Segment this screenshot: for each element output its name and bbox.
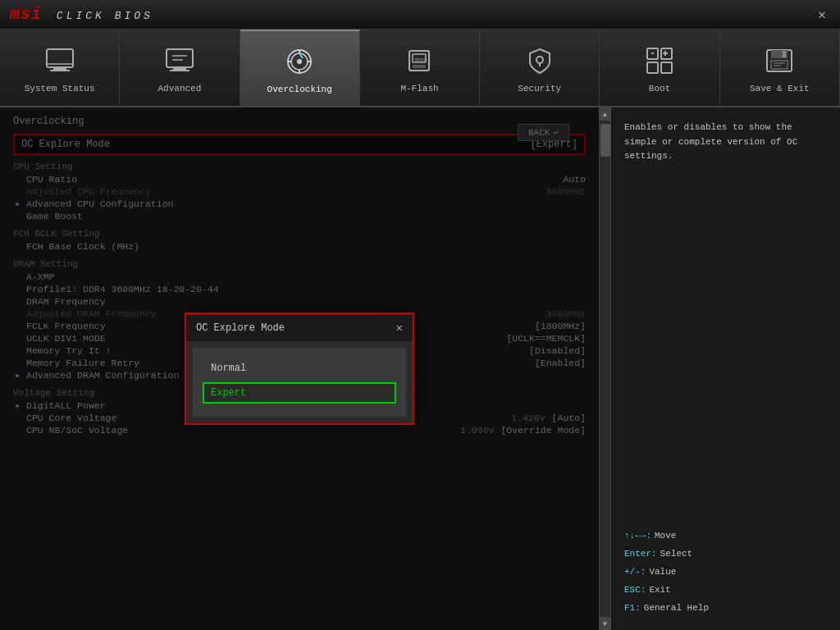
nav-security-label: Security [518,84,561,94]
nav-system-status[interactable]: System Status [0,30,120,106]
nav-m-flash[interactable]: BIOS M-Flash [360,30,480,106]
left-panel: Overclocking BACK ↩ OC Explore Mode [Exp… [0,107,599,630]
close-button[interactable]: ✕ [814,7,830,23]
shortcut-esc: ESC: Exit [624,581,827,599]
help-text: Enables or disables to show the simple o… [624,121,827,164]
boot-icon [641,43,678,79]
modal-option-expert[interactable]: Expert [203,382,396,404]
svg-rect-2 [50,70,70,71]
svg-point-11 [297,59,302,64]
scroll-track [600,121,610,617]
modal-title: OC Explore Mode [196,322,285,334]
scrollbar[interactable]: ▲ ▼ [599,107,610,630]
scroll-up[interactable]: ▲ [600,107,611,121]
svg-rect-1 [53,67,66,70]
svg-rect-20 [413,65,426,68]
overclocking-icon [281,43,317,80]
main-content: Overclocking BACK ↩ OC Explore Mode [Exp… [0,107,840,630]
nav-bar: System Status Advanced [0,30,840,107]
svg-rect-25 [647,62,658,73]
shortcut-value: +/-: Value [624,563,827,581]
shortcuts: ↑↓←→: Move Enter: Select +/-: Value ESC:… [624,527,827,617]
svg-rect-33 [771,61,788,69]
system-status-icon [42,43,78,79]
logo: msi CLICK BIOS [10,5,153,24]
nav-system-status-label: System Status [25,84,95,94]
modal-dialog: OC Explore Mode ✕ Normal Expert [185,313,414,425]
nav-advanced[interactable]: Advanced [120,30,240,106]
modal-option-normal[interactable]: Normal [203,358,396,379]
svg-rect-7 [173,67,186,70]
svg-rect-32 [783,51,786,57]
nav-overclocking[interactable]: Overclocking [240,30,360,106]
shortcut-enter: Enter: Select [624,545,827,563]
nav-advanced-label: Advanced [158,84,202,94]
advanced-icon [162,43,198,79]
svg-text:BIOS: BIOS [415,57,427,62]
nav-boot-label: Boot [649,84,670,94]
modal-title-bar: OC Explore Mode ✕ [186,314,413,341]
m-flash-icon: BIOS [401,43,437,79]
shortcut-move: ↑↓←→: Move [624,527,827,545]
shortcut-f1: F1: General Help [624,599,827,617]
nav-overclocking-label: Overclocking [267,84,332,94]
svg-point-21 [536,57,543,63]
title-bar: msi CLICK BIOS ✕ [0,0,840,30]
security-icon [522,43,558,79]
modal-body: Normal Expert [193,348,406,417]
svg-rect-8 [170,70,189,71]
nav-security[interactable]: Security [480,30,600,106]
modal-overlay[interactable]: OC Explore Mode ✕ Normal Expert [0,107,599,630]
nav-save-exit[interactable]: Save & Exit [720,30,840,106]
scroll-thumb[interactable] [600,124,610,157]
svg-rect-26 [661,62,672,73]
nav-save-exit-label: Save & Exit [750,84,810,94]
scroll-down[interactable]: ▼ [600,617,611,630]
nav-m-flash-label: M-Flash [400,84,438,94]
svg-rect-4 [167,49,193,67]
nav-boot[interactable]: Boot [600,30,719,106]
right-panel: Enables or disables to show the simple o… [610,107,840,630]
modal-close-button[interactable]: ✕ [396,321,403,335]
save-exit-icon [761,43,797,79]
